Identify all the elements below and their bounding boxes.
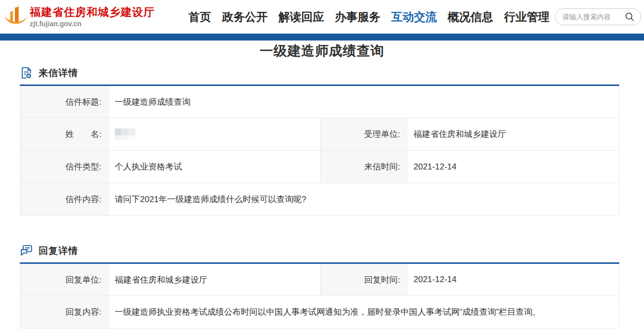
table-row: 信件内容: 请问下2021年一级建造师成绩什么时候可以查询呢? [20,183,619,216]
search-input[interactable] [562,13,625,21]
reply-unit-label: 回复单位: [20,263,108,296]
nav-item-interpretation[interactable]: 解读回应 [278,9,324,25]
reply-time-value: 2021-12-14 [407,263,619,296]
reply-time-label: 回复时间: [321,263,407,296]
letter-time-label: 来信时间: [321,151,407,183]
reply-details-table: 回复单位: 福建省住房和城乡建设厅 回复时间: 2021-12-14 回复内容:… [20,262,619,329]
site-name: 福建省住房和城乡建设厅 [30,6,155,19]
search-box[interactable] [555,8,641,25]
main-nav: 首页 政务公开 解读回应 办事服务 互动交流 概况信息 行业管理 [188,9,550,25]
letter-details-table: 信件标题: 一级建造师成绩查询 姓 名: 受理单位: 福建省住房和城乡建设厅 信… [20,84,619,216]
nav-item-services[interactable]: 办事服务 [335,9,380,25]
letter-name-value [108,118,321,151]
table-row: 信件类型: 个人执业资格考试 来信时间: 2021-12-14 [20,151,619,183]
search-icon[interactable] [625,12,635,22]
site-header: 福建省住房和城乡建设厅 zjt.fujian.gov.cn 首页 政务公开 解读… [0,0,644,34]
letter-unit-label: 受理单位: [321,118,407,151]
nav-item-gov-info[interactable]: 政务公开 [222,9,268,25]
reply-details-section: 回复详情 回复单位: 福建省住房和城乡建设厅 回复时间: 2021-12-14 … [20,244,619,329]
letter-title-value: 一级建造师成绩查询 [108,85,619,118]
letter-type-label: 信件类型: [20,151,108,183]
letter-title-label: 信件标题: [20,85,108,118]
nav-item-home[interactable]: 首页 [188,9,211,25]
letter-section-title: 来信详情 [39,67,78,80]
nav-item-overview[interactable]: 概况信息 [448,9,493,25]
letter-content-label: 信件内容: [20,183,108,216]
table-row: 回复内容: 一级建造师执业资格考试成绩公布时间以中国人事考试网通知为准，届时登录… [20,296,619,329]
reply-section-title: 回复详情 [39,245,78,257]
site-logo[interactable]: 福建省住房和城乡建设厅 zjt.fujian.gov.cn [4,3,155,30]
table-row: 信件标题: 一级建造师成绩查询 [20,85,619,118]
nav-item-industry[interactable]: 行业管理 [504,9,550,25]
letter-unit-value: 福建省住房和城乡建设厅 [407,118,619,151]
reply-content-label: 回复内容: [20,296,108,329]
letter-details-section: 来信详情 信件标题: 一级建造师成绩查询 姓 名: 受理单位: 福建省住房和城乡… [20,66,619,216]
reply-content-value: 一级建造师执业资格考试成绩公布时间以中国人事考试网通知为准，届时登录中国人事考试… [108,296,619,329]
letter-name-label: 姓 名: [20,118,108,151]
masked-name [115,128,136,140]
reply-unit-value: 福建省住房和城乡建设厅 [108,263,321,296]
letter-type-value: 个人执业资格考试 [108,151,321,183]
chat-bubbles-icon [20,244,33,257]
building-logo-icon [4,3,28,30]
document-icon [20,66,33,80]
letter-time-value: 2021-12-14 [407,151,619,183]
header-divider-bar [0,34,644,41]
reply-section-header: 回复详情 [20,244,619,257]
letter-section-header: 来信详情 [20,66,619,80]
page-title: 一级建造师成绩查询 [0,43,644,59]
table-row: 回复单位: 福建省住房和城乡建设厅 回复时间: 2021-12-14 [20,263,619,296]
site-domain: zjt.fujian.gov.cn [30,20,155,28]
nav-item-interaction[interactable]: 互动交流 [391,9,437,25]
letter-content-value: 请问下2021年一级建造师成绩什么时候可以查询呢? [108,183,619,216]
table-row: 姓 名: 受理单位: 福建省住房和城乡建设厅 [20,118,619,151]
